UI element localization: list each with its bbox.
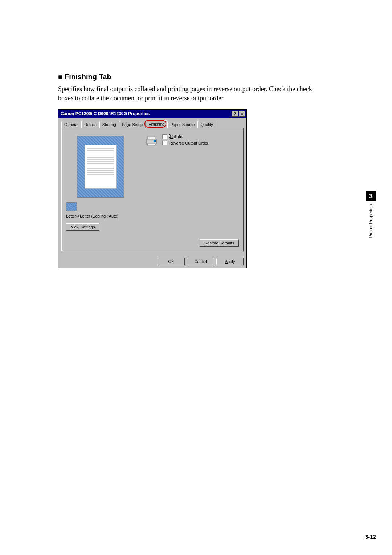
scaling-label: Letter->Letter (Scaling : Auto) (66, 214, 137, 218)
finishing-tab-panel: Letter->Letter (Scaling : Auto) (61, 128, 244, 251)
collate-checkbox[interactable] (162, 134, 167, 139)
printer-icon (144, 134, 159, 147)
chapter-number-badge: 3 (366, 191, 376, 201)
apply-button[interactable]: Apply (216, 258, 244, 265)
page-preview (66, 134, 135, 199)
page-preview-small (66, 202, 77, 211)
svg-rect-3 (148, 138, 150, 138)
dialog-title: Canon PC1200/iC D600/iR1200G Properties (61, 111, 231, 116)
tab-general[interactable]: General (61, 121, 81, 128)
page-number: 3-12 (365, 534, 376, 540)
dialog-footer: OK Cancel Apply (58, 255, 246, 268)
tab-finishing[interactable]: Finishing (146, 120, 167, 128)
collate-row: Collate (162, 134, 208, 139)
tab-details[interactable]: Details (81, 121, 99, 128)
cancel-button[interactable]: Cancel (187, 258, 214, 265)
section-heading: ■Finishing Tab (58, 73, 312, 81)
reverse-output-checkbox[interactable] (162, 141, 167, 145)
side-chapter-tab: 3 Printer Properties (366, 191, 376, 238)
tab-paper-source[interactable]: Paper Source (167, 121, 197, 128)
close-button[interactable]: × (239, 111, 245, 117)
reverse-output-label[interactable]: Reverse Output Order (169, 141, 208, 145)
svg-rect-4 (154, 140, 156, 142)
heading-bullet: ■ (58, 73, 62, 81)
tab-page-setup[interactable]: Page Setup (119, 121, 146, 128)
ok-button[interactable]: OK (158, 258, 185, 265)
tab-quality[interactable]: Quality (197, 121, 216, 128)
properties-dialog: Canon PC1200/iC D600/iR1200G Properties … (58, 109, 247, 268)
reverse-output-row: Reverse Output Order (162, 141, 208, 145)
section-body-text: Specifies how final output is collated a… (58, 85, 312, 103)
preview-area: Letter->Letter (Scaling : Auto) (66, 134, 137, 218)
svg-rect-5 (148, 143, 155, 146)
chapter-label: Printer Properties (368, 204, 373, 238)
view-settings-button[interactable]: View Settings (66, 223, 99, 231)
collate-label[interactable]: Collate (169, 134, 183, 139)
tab-sharing[interactable]: Sharing (99, 121, 119, 128)
help-button[interactable]: ? (232, 111, 238, 117)
dialog-titlebar: Canon PC1200/iC D600/iR1200G Properties … (58, 110, 246, 118)
heading-text: Finishing Tab (65, 73, 111, 81)
restore-defaults-button[interactable]: Restore Defaults (200, 239, 239, 247)
tab-row: General Details Sharing Page Setup Finis… (61, 120, 244, 128)
svg-rect-2 (148, 137, 150, 137)
